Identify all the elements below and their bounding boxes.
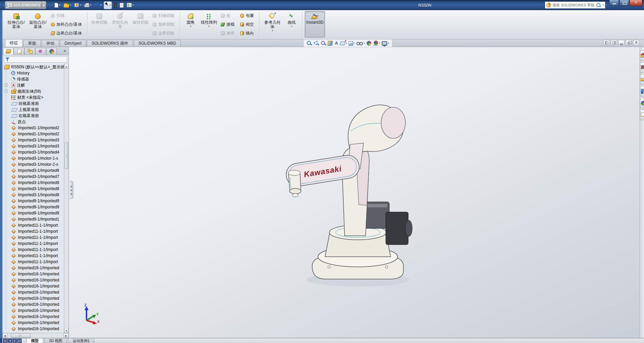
tree-item[interactable]: + 材质 <未指定> [2, 94, 64, 100]
bottom-tab[interactable]: 3D 视图 [44, 338, 67, 343]
dropdown-caret-icon[interactable]: ▾ [190, 25, 192, 28]
ribbon-button[interactable]: 旋转切除 ▾ [131, 11, 150, 38]
view-tool-button[interactable]: ▾ [356, 41, 365, 45]
toolbar-button[interactable]: ▾ [83, 1, 93, 9]
bottom-tab[interactable]: 模型 [26, 338, 43, 343]
ribbon-button[interactable]: 边界切除 ▾ [151, 29, 177, 38]
ribbon-button[interactable]: 扫描 ▾ [49, 11, 85, 20]
tree-item[interactable]: + Imported16-1/Imported [2, 314, 64, 320]
toolbar-button[interactable]: ▾ [93, 1, 103, 9]
toolbar-button[interactable]: ▾ [73, 1, 82, 9]
view-tool-button[interactable]: ▾ [321, 41, 326, 46]
tree-item[interactable]: + Imported16-1/Imported [2, 289, 64, 295]
command-tab[interactable]: SOLIDWORKS 插件 [87, 40, 133, 47]
ribbon-button[interactable]: 扫描切除 ▾ [151, 11, 177, 20]
ribbon-button[interactable]: 圆角 ▾ [182, 11, 199, 38]
document-window-button[interactable] [626, 40, 632, 45]
task-pane-tab[interactable] [640, 110, 644, 120]
scrollbar-thumb[interactable] [11, 333, 30, 338]
view-tool-button[interactable]: ▾ [382, 41, 389, 46]
toolbar-button[interactable]: ▾ [63, 1, 72, 9]
panel-tab[interactable] [3, 48, 14, 55]
search-dropdown-caret-icon[interactable]: ▾ [602, 4, 604, 6]
dropdown-caret-icon[interactable]: ▾ [80, 4, 81, 6]
dropdown-caret-icon[interactable]: ▾ [208, 25, 210, 28]
scroll-left-icon[interactable]: ◀ [2, 333, 7, 338]
bottom-tab[interactable]: 运动算例1 [68, 338, 94, 343]
view-tool-button[interactable]: ▾ [328, 41, 332, 46]
ribbon-button[interactable]: 抽壳 ▾ [219, 29, 238, 38]
sheet-nav-button[interactable] [17, 339, 22, 343]
command-tab[interactable]: DimXpert [60, 40, 86, 47]
tree-item[interactable]: + Imported3-1/Imported4 [2, 149, 64, 155]
scrollbar-thumb[interactable] [65, 142, 68, 169]
tree-item[interactable]: + Imported3-1/Imported8 [2, 186, 64, 192]
tree-root-item[interactable]: RS50N (默认<<默认>_显示状 [2, 64, 64, 70]
tree-item[interactable]: + 传感器 [2, 76, 64, 82]
tree-item[interactable]: + Imported11-1-1/Import [2, 259, 64, 265]
ribbon-button[interactable]: 拉伸凸台/基体 ▾ [6, 11, 27, 38]
view-tool-button[interactable]: ▾ [373, 41, 380, 46]
dropdown-caret-icon[interactable]: ▾ [59, 4, 60, 6]
ribbon-button[interactable]: 放样凸台/基体 ▾ [49, 20, 85, 29]
ribbon-button[interactable]: 相交 ▾ [238, 20, 257, 29]
tree-item[interactable]: + Imported9-1/Imported9 [2, 210, 64, 216]
toolbar-button[interactable]: ▾ [104, 1, 112, 9]
ribbon-button[interactable]: 旋转凸台/基体 ▾ [27, 11, 48, 38]
dropdown-caret-icon[interactable]: ▾ [90, 4, 92, 6]
document-window-button[interactable] [633, 40, 639, 45]
ribbon-button[interactable]: 参考几何体 ▾ [262, 11, 283, 38]
tree-item[interactable]: + Imported16-1/Imported [2, 271, 64, 277]
tree-item[interactable]: + Imported3-1/motor-1-s [2, 155, 64, 161]
tree-item[interactable]: + History [2, 70, 64, 76]
ribbon-button[interactable]: 包覆 ▾ [238, 11, 257, 20]
ribbon-button[interactable]: 曲线 ▾ [283, 11, 300, 38]
tree-item[interactable]: + 右视基准面 [2, 113, 64, 119]
tree-item[interactable]: + 注解 [2, 82, 64, 88]
view-tool-button[interactable]: ▾ [340, 41, 347, 45]
view-tool-button[interactable]: ▾ [367, 41, 371, 46]
tree-item[interactable]: + Imported1-1/Imported2 [2, 131, 64, 137]
dropdown-caret-icon[interactable]: ▾ [110, 4, 111, 6]
logo-expand-arrow-icon[interactable]: ▶ [42, 1, 46, 9]
ribbon-button[interactable]: 异型孔向导 ▾ [109, 11, 130, 38]
tree-item[interactable]: + Imported11-1-1/Import [2, 253, 64, 259]
document-window-button[interactable] [611, 40, 617, 45]
tree-item[interactable]: + Imported11-1-1/Import [2, 234, 64, 241]
panel-tab[interactable] [35, 48, 46, 55]
tree-item[interactable]: + Imported16-1/Imported [2, 307, 64, 314]
sheet-nav-button[interactable] [13, 339, 17, 343]
tree-item[interactable]: + Imported1-1/Imported2 [2, 125, 64, 131]
panel-tab[interactable] [25, 48, 35, 55]
panel-tab[interactable] [46, 48, 57, 55]
dropdown-caret-icon[interactable]: ▾ [379, 42, 380, 45]
close-button[interactable]: × [629, 0, 642, 6]
tree-item[interactable]: + 前视基准面 [2, 100, 64, 107]
ribbon-button[interactable]: 放样切割 ▾ [151, 20, 177, 29]
ribbon-button[interactable]: 边界凸台/基体 ▾ [49, 29, 85, 38]
view-tool-button[interactable]: ▾ [349, 41, 355, 46]
scroll-down-icon[interactable]: ▼ [64, 328, 69, 333]
document-window-button[interactable] [618, 40, 624, 45]
help-search-box[interactable]: ▾ [545, 1, 605, 9]
tree-item[interactable]: + Imported3-1/Imported6 [2, 167, 64, 174]
ribbon-button[interactable]: 拉伸切除 ▾ [90, 11, 109, 38]
tree-item[interactable]: + Imported9-1/Imported1 [2, 216, 64, 222]
help-search-input[interactable] [552, 3, 595, 7]
tree-item[interactable]: + Imported16-1/Imported [2, 320, 64, 326]
task-pane-tab[interactable] [640, 74, 644, 85]
dropdown-caret-icon[interactable]: ▾ [291, 25, 293, 28]
tree-item[interactable]: + 曲面实体(59) [2, 88, 64, 94]
ribbon-button[interactable]: 拔模 ▾ [219, 20, 238, 29]
tree-item[interactable]: + 上视基准面 [2, 107, 64, 113]
tree-item[interactable]: + Imported16-1/Imported [2, 295, 64, 301]
tree-item[interactable]: + Imported3-1/Imported7 [2, 174, 64, 180]
command-tab[interactable]: 评估 [42, 40, 59, 47]
tree-item[interactable]: + 原点 [2, 119, 64, 125]
search-icon[interactable] [596, 3, 601, 8]
tree-item[interactable]: + Imported9-1/Imported9 [2, 198, 64, 204]
task-pane-tab[interactable] [640, 86, 644, 96]
dropdown-caret-icon[interactable]: ▾ [132, 4, 134, 6]
dropdown-caret-icon[interactable]: ▾ [100, 4, 102, 6]
tree-item[interactable]: + Imported3-1/Imported3 [2, 143, 64, 149]
